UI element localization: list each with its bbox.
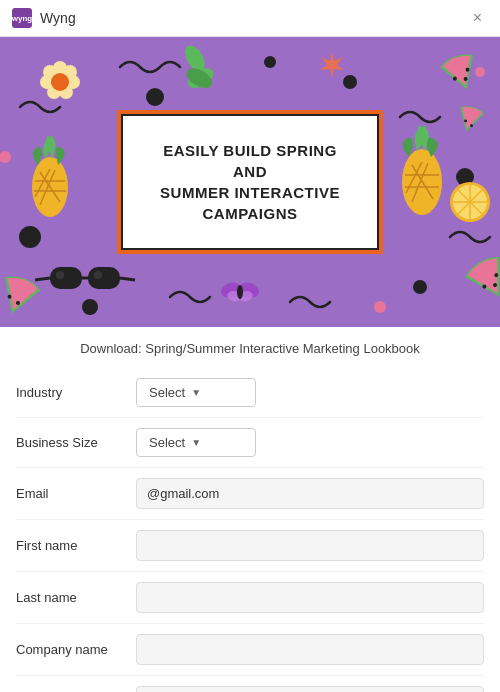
industry-control: Select ▼ (136, 378, 484, 407)
svg-point-42 (43, 65, 57, 79)
business-size-row: Business Size Select ▼ (16, 418, 484, 468)
company-name-control (136, 634, 484, 665)
hero-banner: EASILY BUILD SPRING AND SUMMER INTERACTI… (0, 37, 500, 327)
first-name-label: First name (16, 538, 136, 553)
window-title: Wyng (40, 10, 459, 26)
favicon-text: wyng (12, 14, 32, 23)
svg-line-19 (35, 169, 50, 197)
industry-label: Industry (16, 385, 136, 400)
chevron-down-icon: ▼ (191, 437, 201, 448)
svg-point-1 (343, 75, 357, 89)
modal-window: wyng Wyng × (0, 0, 500, 692)
business-size-select[interactable]: Select ▼ (136, 428, 256, 457)
svg-point-5 (264, 56, 276, 68)
close-button[interactable]: × (467, 8, 488, 28)
svg-point-38 (66, 75, 80, 89)
company-name-row: Company name (16, 624, 484, 676)
svg-point-37 (63, 65, 77, 79)
svg-line-20 (40, 170, 55, 205)
business-size-label: Business Size (16, 435, 136, 450)
svg-point-6 (82, 299, 98, 315)
svg-line-25 (406, 162, 422, 193)
svg-point-44 (374, 301, 386, 313)
job-title-input[interactable] (136, 686, 484, 692)
svg-rect-29 (50, 267, 82, 289)
industry-select[interactable]: Select ▼ (136, 378, 256, 407)
svg-point-16 (15, 300, 20, 305)
svg-point-12 (482, 284, 487, 289)
hero-heading: EASILY BUILD SPRING AND SUMMER INTERACTI… (151, 140, 349, 224)
svg-point-58 (181, 42, 209, 74)
svg-point-34 (56, 271, 64, 279)
svg-point-50 (238, 290, 254, 302)
last-name-input[interactable] (136, 582, 484, 613)
job-title-row: Job title (16, 676, 484, 692)
last-name-label: Last name (16, 590, 136, 605)
svg-point-8 (463, 76, 468, 81)
email-row: Email (16, 468, 484, 520)
svg-point-39 (59, 85, 73, 99)
svg-point-59 (185, 64, 217, 92)
company-name-input[interactable] (136, 634, 484, 665)
svg-point-41 (40, 75, 54, 89)
svg-point-49 (226, 290, 242, 302)
svg-line-33 (120, 278, 135, 280)
svg-point-43 (51, 73, 69, 91)
title-bar: wyng Wyng × (0, 0, 500, 37)
svg-point-47 (219, 280, 243, 300)
email-input[interactable] (136, 478, 484, 509)
svg-point-14 (494, 272, 499, 277)
svg-point-10 (464, 119, 468, 123)
svg-point-23 (402, 149, 442, 215)
download-label: Download: Spring/Summer Interactive Mark… (16, 327, 484, 368)
svg-point-7 (452, 76, 457, 81)
svg-line-56 (458, 190, 482, 214)
svg-point-51 (237, 285, 243, 299)
svg-point-60 (183, 64, 215, 92)
svg-point-11 (470, 124, 474, 128)
first-name-control (136, 530, 484, 561)
favicon-icon: wyng (12, 8, 32, 28)
svg-line-32 (35, 278, 50, 280)
svg-line-26 (412, 163, 428, 202)
hero-text-box: EASILY BUILD SPRING AND SUMMER INTERACTI… (120, 113, 380, 251)
first-name-input[interactable] (136, 530, 484, 561)
svg-point-9 (465, 67, 470, 72)
first-name-row: First name (16, 520, 484, 572)
email-control (136, 478, 484, 509)
svg-point-35 (94, 271, 102, 279)
job-title-control (136, 686, 484, 692)
svg-point-17 (32, 157, 68, 217)
svg-rect-30 (88, 267, 120, 289)
form-container: Download: Spring/Summer Interactive Mark… (0, 327, 500, 692)
industry-row: Industry Select ▼ (16, 368, 484, 418)
chevron-down-icon: ▼ (191, 387, 201, 398)
svg-line-57 (458, 190, 482, 214)
svg-point-36 (53, 61, 67, 75)
svg-point-0 (146, 88, 164, 106)
svg-point-40 (47, 85, 61, 99)
svg-point-3 (19, 226, 41, 248)
svg-point-45 (0, 151, 11, 163)
last-name-control (136, 582, 484, 613)
svg-point-53 (453, 185, 487, 219)
last-name-row: Last name (16, 572, 484, 624)
svg-point-46 (475, 67, 485, 77)
industry-select-value: Select (149, 385, 185, 400)
svg-point-13 (492, 282, 497, 287)
svg-point-48 (237, 280, 261, 300)
business-size-select-value: Select (149, 435, 185, 450)
svg-line-24 (412, 165, 433, 199)
company-name-label: Company name (16, 642, 136, 657)
svg-point-2 (456, 168, 474, 186)
business-size-control: Select ▼ (136, 428, 484, 457)
svg-point-4 (413, 280, 427, 294)
svg-line-18 (40, 172, 60, 202)
svg-point-15 (7, 294, 12, 299)
email-label: Email (16, 486, 136, 501)
svg-point-52 (450, 182, 490, 222)
